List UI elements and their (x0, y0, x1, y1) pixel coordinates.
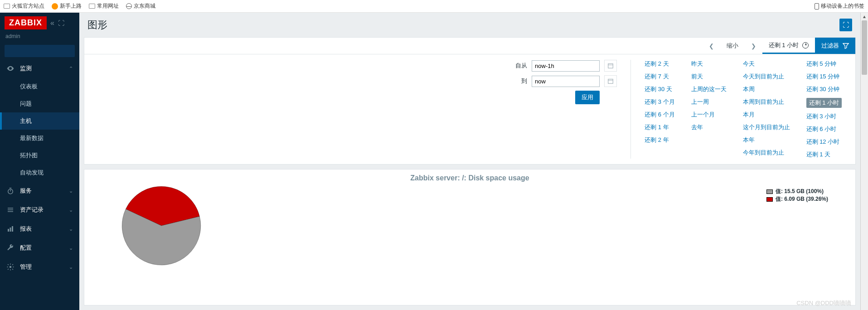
scroll-thumb[interactable] (862, 20, 867, 75)
calendar-icon (607, 78, 614, 84)
sidebar-item[interactable]: 问题 (0, 95, 79, 112)
quick-range-link[interactable]: 本年 (743, 136, 790, 144)
quick-range-link[interactable]: 前天 (691, 73, 727, 81)
quick-range-link[interactable]: 上一个月 (691, 111, 727, 119)
quick-range-link[interactable]: 还剩 3 个月 (645, 98, 674, 106)
pie-chart (98, 185, 846, 266)
stopwatch-icon (6, 187, 15, 195)
quick-range-link[interactable]: 本周到目前为止 (743, 98, 790, 106)
filter-panel: 自从 到 应用 还剩 2 天还剩 7 天还剩 30 天还剩 3 个月还剩 6 个… (84, 54, 856, 165)
quick-range-link[interactable]: 还剩 15 分钟 (806, 73, 842, 81)
sidebar-item[interactable]: 最新数据 (0, 130, 79, 147)
funnel-icon (843, 43, 849, 49)
sidebar-section-label: 管理 (20, 263, 32, 271)
quick-range-link[interactable]: 本周 (743, 85, 790, 93)
sidebar-section-reports[interactable]: 报表 ⌄ (0, 219, 79, 238)
sidebar-item[interactable]: 拓扑图 (0, 147, 79, 164)
sidebar-section-label: 资产记录 (20, 206, 44, 214)
quick-range-link[interactable]: 今天到目前为止 (743, 73, 790, 81)
page-title: 图形 (87, 18, 107, 32)
bookmark-item[interactable]: 京东商城 (126, 2, 155, 10)
calendar-icon (607, 63, 614, 69)
quick-range-link[interactable]: 昨天 (691, 60, 727, 68)
quick-range-link[interactable]: 这个月到目前为止 (743, 123, 790, 131)
sidebar-item[interactable]: 仪表板 (0, 78, 79, 95)
time-range-tab[interactable]: 还剩 1 小时 (762, 38, 815, 54)
sidebar-section-config[interactable]: 配置 ⌄ (0, 238, 79, 257)
quick-range-link[interactable]: 还剩 12 小时 (806, 138, 842, 146)
to-calendar-button[interactable] (604, 75, 617, 87)
quick-range-link[interactable]: 还剩 6 小时 (806, 125, 842, 133)
quick-range-link[interactable]: 上一周 (691, 98, 727, 106)
clock-icon (802, 42, 809, 48)
time-next-button[interactable]: ❯ (745, 38, 762, 54)
sidebar-header: ZABBIX « ⛶ (0, 13, 79, 33)
legend-text: 值: 15.5 GB (100%) (776, 188, 824, 195)
sidebar-section-services[interactable]: 服务 ⌄ (0, 181, 79, 200)
quick-range-link[interactable]: 今年到目前为止 (743, 149, 790, 157)
time-prev-button[interactable]: ❮ (703, 38, 720, 54)
sidebar-item[interactable]: 自动发现 (0, 164, 79, 181)
search-input[interactable] (5, 45, 88, 57)
quick-range-link[interactable]: 本月 (743, 111, 790, 119)
watermark: CSDN @DDD嘀嘀嘀 (796, 299, 851, 307)
time-form: 自从 到 应用 (84, 60, 631, 159)
quick-range-link[interactable]: 还剩 1 小时 (806, 98, 842, 108)
bookmark-label: 火狐官方站点 (12, 2, 44, 10)
quick-range-link[interactable]: 还剩 1 天 (806, 150, 842, 159)
to-input[interactable] (532, 76, 600, 87)
bookmark-label: 新手上路 (60, 2, 82, 10)
sidebar-section-admin[interactable]: 管理 ⌄ (0, 257, 79, 276)
page-header: 图形 ⛶ (79, 13, 860, 37)
quick-range-link[interactable]: 还剩 2 天 (645, 60, 674, 68)
quick-range-link[interactable]: 去年 (691, 123, 727, 131)
sidebar-section-inventory[interactable]: 资产记录 ⌄ (0, 200, 79, 219)
quick-range-link[interactable]: 还剩 7 天 (645, 73, 674, 81)
quick-range-link[interactable]: 还剩 5 分钟 (806, 60, 842, 68)
quick-range-link[interactable]: 还剩 3 小时 (806, 112, 842, 121)
svg-point-11 (10, 266, 12, 268)
quick-range-link[interactable]: 还剩 2 年 (645, 136, 674, 144)
time-range-text: 还剩 1 小时 (769, 41, 799, 49)
sidebar-item[interactable]: 主机 (0, 112, 79, 130)
from-calendar-button[interactable] (604, 60, 617, 72)
quick-range-link[interactable]: 还剩 6 个月 (645, 111, 674, 119)
svg-rect-14 (608, 79, 613, 84)
list-icon (6, 206, 15, 214)
sidebar-collapse-icon[interactable]: « (50, 19, 54, 27)
quick-range-link[interactable]: 还剩 30 天 (645, 85, 674, 93)
filter-toggle-button[interactable]: 过滤器 (815, 38, 855, 54)
quick-range-link[interactable]: 还剩 1 年 (645, 123, 674, 131)
filter-label: 过滤器 (821, 42, 839, 50)
bookmark-label: 京东商城 (134, 2, 155, 10)
from-label: 自从 (515, 62, 527, 70)
folder-icon (89, 4, 95, 9)
sidebar-fullscreen-icon[interactable]: ⛶ (58, 19, 64, 27)
bookmark-item[interactable]: 常用网址 (89, 2, 119, 10)
from-input[interactable] (532, 60, 600, 72)
globe-icon (126, 3, 132, 9)
quick-range-link[interactable]: 上周的这一天 (691, 85, 727, 93)
mobile-bookmarks[interactable]: 移动设备上的书签 (815, 2, 864, 10)
quick-range-link[interactable]: 今天 (743, 60, 790, 68)
sidebar-search (0, 43, 79, 59)
fullscreen-button[interactable]: ⛶ (839, 19, 852, 31)
vertical-scrollbar[interactable]: ▲ (860, 13, 868, 310)
sidebar-section-label: 服务 (20, 187, 32, 195)
browser-bookmarks-bar: 火狐官方站点 新手上路 常用网址 京东商城 移动设备上的书签 (0, 0, 868, 13)
chevron-down-icon: ⌄ (69, 207, 73, 213)
legend-swatch (766, 197, 773, 202)
chevron-up-icon: ⌃ (69, 66, 73, 72)
bookmark-item[interactable]: 新手上路 (52, 2, 82, 10)
quick-range-link[interactable]: 还剩 30 分钟 (806, 85, 842, 93)
scroll-up-icon[interactable]: ▲ (861, 13, 868, 20)
graph-area: Zabbix server: /: Disk space usage 值: 15… (84, 169, 856, 305)
chart-legend: 值: 15.5 GB (100%) 值: 6.09 GB (39.26%) (766, 188, 828, 203)
eye-icon (6, 64, 15, 73)
chevron-down-icon: ⌄ (69, 245, 73, 251)
zoom-out-label[interactable]: 缩小 (720, 38, 745, 54)
bookmark-label: 常用网址 (97, 2, 119, 10)
sidebar-section-monitoring[interactable]: 监测 ⌃ (0, 59, 79, 78)
bookmark-item[interactable]: 火狐官方站点 (4, 2, 44, 10)
apply-button[interactable]: 应用 (575, 91, 600, 104)
